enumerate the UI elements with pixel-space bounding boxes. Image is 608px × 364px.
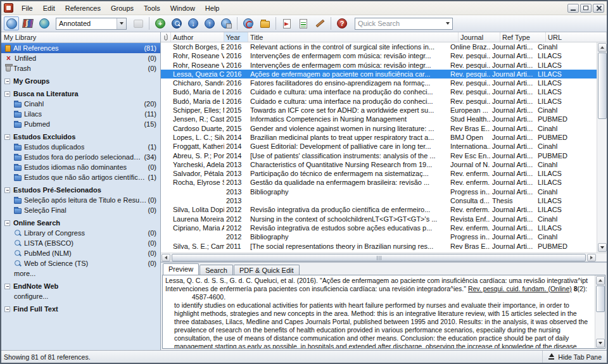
help-button[interactable]: ? bbox=[334, 16, 350, 30]
table-row[interactable]: Lopes, L. C.; Silva, M....2014Brazilian … bbox=[161, 133, 597, 142]
combo-arrow-button[interactable] bbox=[117, 18, 126, 29]
menu-item-help[interactable]: Help bbox=[200, 3, 225, 14]
collapse-expander-icon[interactable] bbox=[4, 134, 10, 140]
sidebar-item[interactable]: PubMed (NLM)(0) bbox=[1, 248, 160, 258]
format-bibliography-button[interactable] bbox=[296, 16, 311, 30]
menu-item-edit[interactable]: Edit bbox=[38, 3, 60, 14]
table-row[interactable]: Cardoso Duarte, Mai...2015Gender and vio… bbox=[161, 124, 597, 133]
collapse-expander-icon[interactable] bbox=[4, 284, 10, 289]
table-row[interactable]: Froggatt, Katherine; P...2014Guest Edito… bbox=[161, 142, 597, 151]
scroll-down-button[interactable] bbox=[596, 339, 605, 348]
scroll-right-button[interactable] bbox=[587, 254, 596, 261]
output-style-combo[interactable]: Annotated bbox=[56, 18, 127, 30]
tab-pdf-quick-edit[interactable]: PDF & Quick Edit bbox=[234, 265, 300, 275]
scrollbar-thumb[interactable] bbox=[596, 286, 605, 312]
menu-item-references[interactable]: References bbox=[60, 3, 106, 14]
open-link-button[interactable] bbox=[257, 16, 272, 30]
table-row[interactable]: Jensen, R.; Casteli, C...2015Informatics… bbox=[161, 115, 597, 123]
column-header-ref-type[interactable]: Ref Type bbox=[500, 32, 546, 42]
close-button[interactable] bbox=[593, 4, 604, 13]
sidebar-item[interactable]: Pubmed(15) bbox=[1, 119, 160, 129]
scroll-left-button[interactable] bbox=[162, 254, 170, 261]
sidebar-item[interactable]: Web of Science (TS)(0) bbox=[1, 258, 160, 268]
find-full-text-button[interactable] bbox=[218, 16, 234, 30]
table-row[interactable]: Abreu, S. P.; Pompeo...2014[Use of patie… bbox=[161, 151, 597, 160]
sidebar-group-find-full-text[interactable]: Find Full Text bbox=[1, 304, 160, 314]
minimize-button[interactable] bbox=[567, 4, 579, 13]
sidebar-item[interactable]: Seleção Final(0) bbox=[1, 205, 160, 215]
hscrollbar-thumb[interactable] bbox=[172, 254, 586, 261]
hide-tab-pane-button[interactable]: Hide Tab Pane bbox=[542, 351, 607, 363]
quick-search-combo[interactable]: Quick Search bbox=[355, 18, 453, 30]
sidebar-item[interactable]: Estudos duplicados(1) bbox=[1, 142, 160, 152]
sidebar-item[interactable]: Estudos idiomas não dominantes(0) bbox=[1, 162, 160, 172]
table-row[interactable]: 2013BibliographyProgress in...Journal Ar… bbox=[161, 187, 597, 196]
column-header-attachment[interactable] bbox=[161, 32, 171, 42]
table-row[interactable]: Silva, S. E.; Camargo...2011[The social … bbox=[161, 242, 597, 251]
scroll-up-button[interactable] bbox=[596, 276, 605, 285]
tab-search[interactable]: Search bbox=[200, 265, 233, 275]
restore-button[interactable] bbox=[580, 4, 592, 13]
sidebar-header[interactable]: My Library bbox=[1, 32, 160, 43]
menu-item-tools[interactable]: Tools bbox=[139, 3, 165, 14]
list-vertical-scrollbar[interactable] bbox=[597, 42, 607, 253]
list-horizontal-scrollbar[interactable] bbox=[161, 253, 607, 261]
table-row[interactable]: Salvador, Pétala Tuan...2013Participação… bbox=[161, 169, 597, 178]
tab-preview[interactable]: Preview bbox=[163, 263, 199, 275]
menu-item-window[interactable]: Window bbox=[165, 3, 200, 14]
sidebar-group-online-search[interactable]: Online Search bbox=[1, 218, 160, 228]
table-row[interactable]: Rocha, Elyrose Sous...2013Gestão da qual… bbox=[161, 178, 597, 187]
table-row[interactable]: Budó, Maria de Lourd...2016Cuidado e cul… bbox=[161, 97, 597, 106]
menu-item-file[interactable]: File bbox=[16, 3, 38, 14]
export-button[interactable]: ↑ bbox=[202, 16, 217, 30]
table-row[interactable]: Cipriano, Maria Aneu...2012Revisão integ… bbox=[161, 223, 597, 232]
scroll-down-button[interactable] bbox=[598, 243, 607, 252]
sidebar-item[interactable]: All References(81) bbox=[1, 43, 160, 53]
table-row[interactable]: Rohr, Roseane Varga...2016Intervenções d… bbox=[161, 61, 597, 70]
collapse-expander-icon[interactable] bbox=[4, 187, 10, 193]
preview-scrollbar[interactable] bbox=[595, 275, 605, 348]
sync-button[interactable] bbox=[241, 16, 256, 30]
sidebar-item[interactable]: ×Unfiled(0) bbox=[1, 53, 160, 63]
table-row[interactable]: Yarcheski, Adela; Mah...2013Characterist… bbox=[161, 160, 597, 169]
online-search-button[interactable] bbox=[169, 16, 184, 30]
column-header-year[interactable]: Year bbox=[224, 32, 248, 42]
sidebar-item[interactable]: Lilacs(11) bbox=[1, 109, 160, 119]
table-row[interactable]: 2012BibliographyProgress in...Journal Ar… bbox=[161, 232, 597, 241]
sidebar-item[interactable]: Estudos fora do período selecionado (>1.… bbox=[1, 152, 160, 162]
sidebar-item[interactable]: LISTA (EBSCO)(0) bbox=[1, 238, 160, 248]
column-header-author[interactable]: Author bbox=[171, 32, 224, 42]
table-row[interactable]: Lessa, Quezia Cristin...2016Ações de enf… bbox=[161, 70, 597, 78]
sidebar-group-busca-na-literatura[interactable]: Busca na Literatura bbox=[1, 89, 160, 99]
sidebar-item[interactable]: Cinahl(20) bbox=[1, 99, 160, 109]
online-search-mode-button[interactable] bbox=[20, 16, 35, 30]
sidebar-group-estudos-excluidos[interactable]: Estudos Excluidos bbox=[1, 132, 160, 142]
column-header-journal[interactable]: Journal bbox=[459, 32, 500, 42]
sidebar-item[interactable]: Estudos que não são artigos científicos … bbox=[1, 172, 160, 182]
sidebar-item[interactable]: Trash(0) bbox=[1, 63, 160, 73]
table-row[interactable]: Silva, Lolita Dopico d...2012Revisão int… bbox=[161, 205, 597, 214]
sidebar-group-my-groups[interactable]: My Groups bbox=[1, 76, 160, 86]
scroll-up-button[interactable] bbox=[598, 43, 607, 52]
import-button[interactable]: ↓ bbox=[186, 16, 201, 30]
local-library-mode-button[interactable] bbox=[4, 16, 19, 30]
sidebar-group-endnote-web[interactable]: EndNote Web bbox=[1, 281, 160, 291]
go-to-word-button[interactable] bbox=[312, 16, 327, 30]
table-row[interactable]: Schipper, Elles; Mahd...2015Towards an I… bbox=[161, 106, 597, 115]
new-reference-button[interactable]: + bbox=[153, 16, 168, 30]
table-row[interactable]: 2013Consulta d...ThesisLILACS bbox=[161, 196, 597, 205]
insert-citation-button[interactable] bbox=[279, 16, 294, 30]
table-row[interactable]: Rohr, Roseane Varga...2016Intervenções d… bbox=[161, 51, 597, 60]
integrated-library-mode-button[interactable] bbox=[37, 16, 52, 30]
table-row[interactable]: Storch Borges, Elsie; ...2016Relevant ac… bbox=[161, 42, 597, 51]
sidebar-group-estudos-pr-selecionados[interactable]: Estudos Pré-Selecionados bbox=[1, 185, 160, 195]
column-header-title[interactable]: Title bbox=[248, 32, 459, 42]
quick-search-arrow[interactable] bbox=[443, 18, 452, 29]
collapse-expander-icon[interactable] bbox=[4, 91, 10, 97]
collapse-expander-icon[interactable] bbox=[4, 78, 10, 84]
table-row[interactable]: Chicharo, Sandra Co...2016Fatores facili… bbox=[161, 78, 597, 87]
table-row[interactable]: Laurena Moreira, Pire...2012Nursing in t… bbox=[161, 215, 597, 223]
sidebar-item[interactable]: configure... bbox=[1, 291, 160, 301]
column-header-url[interactable]: URL bbox=[546, 32, 607, 42]
collapse-expander-icon[interactable] bbox=[4, 220, 10, 226]
